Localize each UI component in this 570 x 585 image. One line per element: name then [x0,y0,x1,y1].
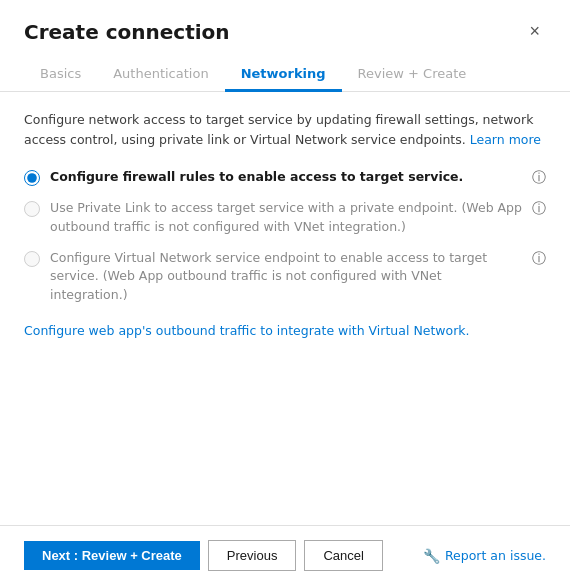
report-issue-label: Report an issue. [445,548,546,563]
cancel-button[interactable]: Cancel [304,540,382,571]
option-row-firewall: Configure firewall rules to enable acces… [24,168,546,187]
info-icon-vnet-endpoint: ⓘ [532,250,546,268]
dialog-header: Create connection × [0,0,570,44]
learn-more-link[interactable]: Learn more [470,132,541,147]
next-button[interactable]: Next : Review + Create [24,541,200,570]
option-group: Configure firewall rules to enable acces… [24,168,546,305]
description-text: Configure network access to target servi… [24,110,546,150]
close-button[interactable]: × [523,20,546,42]
label-firewall: Configure firewall rules to enable acces… [50,168,522,187]
radio-private-link[interactable] [24,201,40,217]
info-icon-firewall: ⓘ [532,169,546,187]
radio-firewall[interactable] [24,170,40,186]
report-icon: 🔧 [423,548,440,564]
dialog-title: Create connection [24,20,230,44]
previous-button[interactable]: Previous [208,540,297,571]
vnet-link-container: Configure web app's outbound traffic to … [24,323,546,338]
tab-review-create[interactable]: Review + Create [342,58,483,92]
report-issue-link[interactable]: 🔧 Report an issue. [423,548,546,564]
info-icon-private-link: ⓘ [532,200,546,218]
tab-authentication[interactable]: Authentication [97,58,224,92]
vnet-link[interactable]: Configure web app's outbound traffic to … [24,323,470,338]
radio-vnet-endpoint[interactable] [24,251,40,267]
tab-networking[interactable]: Networking [225,58,342,92]
option-row-private-link: Use Private Link to access target servic… [24,199,546,237]
footer: Next : Review + Create Previous Cancel 🔧… [0,525,570,585]
label-private-link: Use Private Link to access target servic… [50,199,522,237]
main-content: Configure network access to target servi… [0,92,570,525]
label-vnet-endpoint: Configure Virtual Network service endpoi… [50,249,522,305]
tab-basics[interactable]: Basics [24,58,97,92]
create-connection-dialog: Create connection × Basics Authenticatio… [0,0,570,585]
option-row-vnet-endpoint: Configure Virtual Network service endpoi… [24,249,546,305]
tab-bar: Basics Authentication Networking Review … [0,44,570,92]
